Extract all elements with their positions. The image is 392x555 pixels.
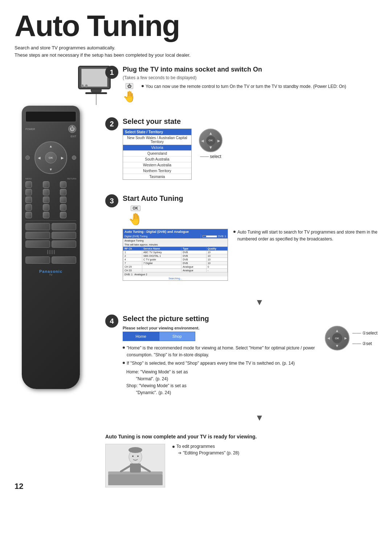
- env-label: Please select your viewing environment.: [123, 326, 319, 330]
- analogue-label: Analogue Tuning: [124, 239, 144, 242]
- btn-lg-1[interactable]: [25, 223, 50, 230]
- btn-14[interactable]: [43, 212, 49, 218]
- btn-9[interactable]: [60, 197, 66, 203]
- state-table: Select State / Territory New South Wales…: [123, 129, 192, 180]
- state-sa[interactable]: South Australia: [123, 157, 191, 162]
- button-row-3: [25, 197, 76, 203]
- subtitle-line2: These steps are not necessary if the set…: [15, 52, 377, 59]
- svg-line-5: [141, 466, 150, 471]
- env-option-home[interactable]: Home: [123, 332, 159, 341]
- page-number: 12: [15, 482, 23, 491]
- power-label: POWER: [25, 128, 35, 130]
- btn-11[interactable]: [43, 204, 49, 211]
- state-nt[interactable]: Northern Territory: [123, 168, 191, 174]
- editing-link: "Editing Programmes" (p. 28): [183, 450, 239, 455]
- button-row-6: [25, 223, 76, 230]
- state-qld[interactable]: Queensland: [123, 151, 191, 157]
- svg-point-7: [137, 455, 139, 457]
- col-quality: Quality: [207, 247, 228, 251]
- table-row: 4 C TV guide DVB 10: [123, 258, 228, 262]
- state-wa[interactable]: Western Australia: [123, 162, 191, 168]
- remote-control: POWER EXIT ▲: [15, 106, 87, 389]
- table-row: CH 33 Analogue -: [123, 269, 228, 272]
- completion-title: Auto Tuning is now complete and your TV …: [105, 434, 377, 439]
- to-edit-note: To edit programmes: [176, 444, 215, 449]
- btn-2[interactable]: [43, 181, 49, 188]
- btn-13[interactable]: [25, 212, 32, 218]
- step-4-title: Select the picture setting: [123, 315, 377, 323]
- return-label: RETURN: [67, 178, 76, 180]
- btn-15[interactable]: [60, 212, 66, 218]
- button-row-7: [25, 232, 76, 239]
- step-1-title: Plug the TV into mains socket and switch…: [123, 66, 377, 73]
- subtitle-block: Search and store TV programmes automatic…: [15, 44, 377, 58]
- select-label: select: [210, 154, 221, 159]
- tuning-channels-table: RF Ch Service Name Type Quality: [123, 247, 228, 272]
- step-1-section: 1 Plug the TV into mains socket and swit…: [105, 66, 377, 103]
- step-3-number: 3: [105, 194, 118, 207]
- dpad[interactable]: ▲ ▼ ◀ ▶ OK: [34, 141, 67, 174]
- speaker: [25, 250, 76, 254]
- btn-12[interactable]: [60, 204, 66, 211]
- btn-10[interactable]: [25, 204, 32, 211]
- exit-label: EXIT: [70, 135, 76, 138]
- btn-4[interactable]: [25, 189, 32, 195]
- dvb-label: DVB: 1: [218, 235, 226, 238]
- btn-1[interactable]: [25, 181, 32, 188]
- svg-rect-1: [108, 474, 163, 485]
- step2-select-illustration: ▲ ▼ ◀ ▶ OK —— select: [199, 129, 222, 159]
- dpad-right[interactable]: ▶: [60, 155, 65, 160]
- step-2-number: 2: [105, 117, 118, 130]
- btn-7[interactable]: [25, 197, 32, 203]
- svg-point-6: [132, 455, 134, 457]
- btn-6[interactable]: [60, 189, 66, 195]
- digital-label: Digital (DVB) Tuning: [123, 234, 201, 238]
- brand-name: Panasonic: [25, 269, 76, 274]
- btn-8[interactable]: [43, 197, 49, 203]
- svg-line-4: [121, 466, 130, 471]
- person-illustration: [105, 444, 165, 487]
- env-option-shop[interactable]: Shop: [159, 332, 195, 341]
- btn-lg-6[interactable]: [52, 240, 76, 248]
- arrow-connector-final: ▼: [105, 413, 377, 423]
- btn-lg-4[interactable]: [52, 232, 76, 239]
- dpad-left[interactable]: ◀: [37, 155, 42, 160]
- remote-brand: Panasonic TV: [25, 269, 76, 276]
- searching-text: Searching...: [123, 276, 228, 280]
- btn-lg-3[interactable]: [25, 232, 50, 239]
- ok-label-small: OK: [131, 206, 140, 211]
- ok-button[interactable]: OK: [45, 152, 57, 163]
- btn-3[interactable]: [60, 181, 66, 188]
- col-rfch: RF Ch: [123, 247, 142, 251]
- step-2-section: 2 Select your state Select State / Terri…: [105, 117, 377, 180]
- step-3-section: 3 Start Auto Tuning OK 🤚: [105, 194, 377, 281]
- btn-5[interactable]: [43, 189, 49, 195]
- time-label: This will take approx. minutes: [123, 243, 228, 247]
- btn-wide-2[interactable]: [52, 256, 76, 264]
- arrow-connector-3-4: ▼: [105, 297, 377, 307]
- button-row-1: [25, 181, 76, 188]
- btn-lg-2[interactable]: [52, 223, 76, 230]
- page-title: Auto Tuning: [15, 11, 377, 41]
- tuning-title: Auto Tuning - Digital (DVB) and Analogue: [123, 229, 228, 234]
- power-button[interactable]: [68, 125, 76, 133]
- step-1-note: You can now use the remote control to tu…: [142, 83, 346, 90]
- button-row-5: [25, 212, 76, 218]
- btn-wide-1[interactable]: [25, 256, 50, 264]
- btn-lg-5[interactable]: [25, 240, 50, 248]
- state-table-header: Select State / Territory: [123, 129, 191, 135]
- dpad-down[interactable]: ▼: [48, 167, 53, 172]
- step4-ok-illustration: ▲ ▼ ◀ ▶ OK ——: [325, 326, 377, 351]
- step-2-title: Select your state: [123, 117, 377, 126]
- table-row: 7 7 Digital DVB 10: [123, 262, 228, 265]
- dvb-count: DVB: 1: [124, 273, 132, 276]
- state-tas[interactable]: Tasmania: [123, 174, 191, 179]
- dpad-up[interactable]: ▲: [48, 143, 53, 149]
- state-nsw[interactable]: New South Wales / Australian Capital Ter…: [123, 135, 191, 145]
- step4-bullets: "Home" is the recommended mode for viewi…: [123, 345, 319, 396]
- step-3-title: Start Auto Tuning: [123, 194, 377, 203]
- arrow-right-icon: ➔: [178, 450, 181, 455]
- svg-rect-3: [130, 463, 141, 473]
- step-4-number: 4: [105, 315, 118, 328]
- state-vic[interactable]: Victoria: [123, 145, 191, 151]
